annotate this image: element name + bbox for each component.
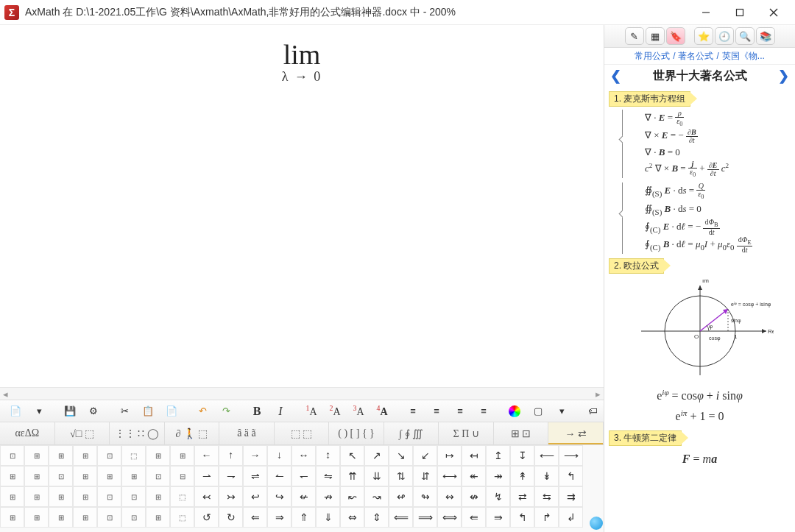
newton-formula[interactable]: F = ma [609, 449, 791, 469]
arrow-symbol[interactable]: ⇁ [219, 466, 243, 486]
matrix-template[interactable]: ⊞ [24, 486, 49, 507]
matrix-template[interactable]: ⊡ [97, 486, 121, 507]
arrow-symbol[interactable]: ↻ [219, 507, 243, 528]
chat-bubble-icon[interactable] [590, 517, 603, 530]
matrix-template[interactable]: ⊟ [170, 466, 194, 486]
arrow-symbol[interactable]: ⇛ [486, 507, 510, 528]
matrix-template[interactable]: ⊡ [146, 466, 170, 486]
dd2[interactable]: ▾ [551, 402, 573, 420]
arrow-symbol[interactable]: → [243, 445, 267, 466]
arrow-symbol[interactable]: ↦ [437, 445, 462, 466]
arrow-symbol[interactable]: ↜ [340, 486, 364, 507]
horizontal-scrollbar[interactable]: ◂ ▸ [0, 387, 604, 400]
tab-integral[interactable]: ∫ ∮ ∭ [384, 422, 439, 444]
matrix-template[interactable]: ⊞ [97, 466, 121, 486]
arrow-symbol[interactable]: ↽ [292, 466, 316, 486]
matrix-template[interactable]: ⊞ [24, 445, 49, 466]
arrow-symbol[interactable]: ⇄ [510, 486, 534, 507]
arrow-symbol[interactable]: ↚ [292, 486, 316, 507]
arrow-symbol[interactable]: ↕ [316, 445, 340, 466]
matrix-template[interactable]: ⬚ [170, 507, 194, 528]
library-tool-button[interactable]: 🔍 [735, 27, 755, 45]
arrow-symbol[interactable]: ↑ [219, 445, 243, 466]
arrow-symbol[interactable]: ↩ [243, 486, 267, 507]
arrow-symbol[interactable]: ⇆ [534, 486, 559, 507]
arrow-symbol[interactable]: ⇔ [340, 507, 364, 528]
arrow-symbol[interactable]: ↺ [194, 507, 219, 528]
close-button[interactable] [757, 1, 791, 24]
maxwell-diff-block[interactable]: ∇ · E = ρε0∇ × E = − ∂B∂t∇ · B = 0c2 ∇ ×… [622, 110, 791, 178]
arrow-symbol[interactable]: ↟ [510, 466, 534, 486]
arrow-symbol[interactable]: ↬ [413, 486, 437, 507]
tab-calc[interactable]: ∂ 🚶 ⬚ [165, 422, 220, 444]
matrix-template[interactable]: ⊡ [121, 486, 146, 507]
matrix-template[interactable]: ⊡ [0, 445, 24, 466]
arrow-symbol[interactable]: ⇌ [243, 466, 267, 486]
arrow-symbol[interactable]: ↔ [292, 445, 316, 466]
arrow-symbol[interactable]: ↤ [462, 445, 486, 466]
fill[interactable]: ▢ [527, 402, 549, 420]
sup3[interactable]: 3A [347, 402, 370, 420]
tab-arrow[interactable]: → ⇄ [548, 422, 604, 444]
next-page-icon[interactable]: ❯ [778, 68, 789, 84]
arrow-symbol[interactable]: ↰ [559, 466, 583, 486]
arrow-symbol[interactable]: ⇐ [243, 507, 267, 528]
matrix-template[interactable]: ⊞ [73, 507, 97, 528]
euler-unit-circle-diagram[interactable]: Im Re O 1 eⁱᵠ = cosφ + isinφ sinφ cosφ φ [626, 280, 774, 383]
paste[interactable]: 📄 [160, 402, 183, 420]
arrow-symbol[interactable]: ← [194, 445, 219, 466]
arrow-symbol[interactable]: ↙ [413, 445, 437, 466]
arrow-symbol[interactable]: ↰ [510, 507, 534, 528]
prev-page-icon[interactable]: ❮ [610, 68, 621, 84]
arrow-symbol[interactable]: ⇈ [340, 466, 364, 486]
arrow-symbol[interactable]: ↘ [389, 445, 413, 466]
undo[interactable]: ↶ [191, 402, 213, 420]
tab-accent[interactable]: â ä ã [219, 422, 275, 444]
minimize-button[interactable] [689, 1, 723, 24]
maxwell-int-block[interactable]: ∯(S) E · ds = Qε0∯(S) B · ds = 0∮(C) E ·… [622, 182, 791, 254]
matrix-template[interactable]: ⊡ [49, 466, 73, 486]
arrow-symbol[interactable]: ↫ [389, 486, 413, 507]
align-l[interactable]: ≡ [402, 402, 424, 420]
arrow-symbol[interactable]: ⟶ [559, 445, 583, 466]
arrow-symbol[interactable]: ↮ [462, 486, 486, 507]
arrow-symbol[interactable]: ↢ [194, 486, 219, 507]
align-r[interactable]: ≡ [449, 402, 471, 420]
formula-list[interactable]: 1. 麦克斯韦方程组 ∇ · E = ρε0∇ × E = − ∂B∂t∇ · … [604, 87, 795, 532]
euler-formula-2[interactable]: eiπ + 1 = 0 [609, 406, 791, 427]
arrow-symbol[interactable]: ↥ [486, 445, 510, 466]
matrix-template[interactable]: ⊞ [49, 445, 73, 466]
arrow-symbol[interactable]: ⟺ [437, 507, 462, 528]
sup4[interactable]: 4A [371, 402, 393, 420]
euler-formula-1[interactable]: eiφ = cosφ + i sinφ [609, 386, 791, 406]
copy[interactable]: 📋 [137, 402, 159, 420]
arrow-symbol[interactable]: ↓ [267, 445, 292, 466]
italic[interactable]: I [269, 402, 292, 420]
matrix-template[interactable]: ⬚ [170, 486, 194, 507]
arrow-symbol[interactable]: ⇕ [364, 507, 389, 528]
arrow-symbol[interactable]: ⇅ [389, 466, 413, 486]
arrow-symbol[interactable]: ↡ [534, 466, 559, 486]
arrow-symbol[interactable]: ⟵ [534, 445, 559, 466]
tab-matrix[interactable]: ⊞ ⊡ [494, 422, 549, 444]
tab-radical[interactable]: √□ ⬚ [55, 422, 110, 444]
arrow-symbol[interactable]: ↠ [486, 466, 510, 486]
library-tool-button[interactable]: ▦ [646, 27, 665, 45]
arrow-symbol[interactable]: ⇀ [194, 466, 219, 486]
matrix-template[interactable]: ⬚ [121, 445, 146, 466]
save[interactable]: 💾 [59, 402, 81, 420]
tab-greek[interactable]: αεΔΩ [0, 422, 55, 444]
arrow-symbol[interactable]: ⇚ [462, 507, 486, 528]
sup2[interactable]: 2A [324, 402, 346, 420]
matrix-template[interactable]: ⊞ [73, 486, 97, 507]
breadcrumb-item[interactable]: 常用公式 [635, 50, 670, 63]
arrow-symbol[interactable]: ⇓ [316, 507, 340, 528]
matrix-template[interactable]: ⊡ [97, 507, 121, 528]
matrix-template[interactable]: ⊞ [24, 507, 49, 528]
arrow-symbol[interactable]: ↞ [462, 466, 486, 486]
arrow-symbol[interactable]: ⟷ [437, 466, 462, 486]
tag[interactable]: 🏷 [582, 402, 604, 420]
breadcrumb-item[interactable]: 英国《物... [722, 50, 765, 63]
arrow-symbol[interactable]: ⟸ [389, 507, 413, 528]
scroll-left-icon[interactable]: ◂ [3, 389, 8, 400]
